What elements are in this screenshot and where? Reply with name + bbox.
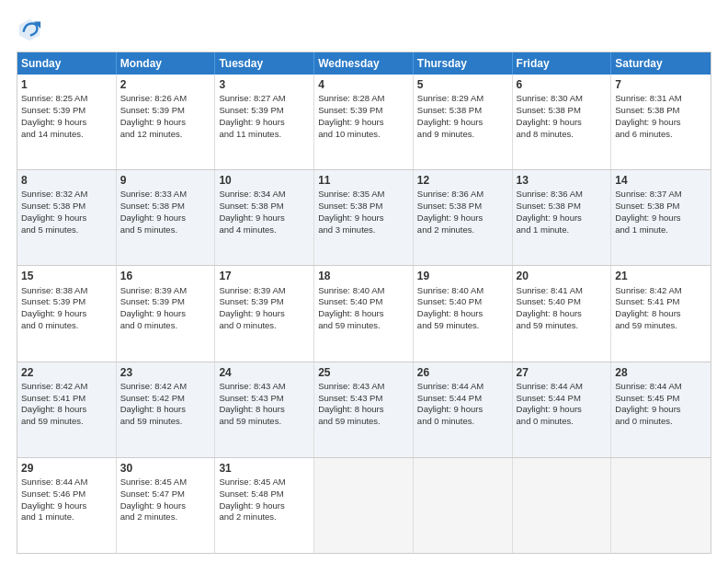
day-info-line: and 59 minutes. (318, 320, 409, 332)
day-info-line: Sunset: 5:39 PM (120, 105, 211, 117)
day-info-line: and 5 minutes. (120, 224, 211, 236)
day-number: 7 (615, 77, 707, 92)
day-number: 31 (219, 461, 310, 476)
day-info-line: and 3 minutes. (318, 224, 409, 236)
day-info-line: Sunrise: 8:29 AM (417, 93, 508, 105)
calendar-cell: 26Sunrise: 8:44 AMSunset: 5:44 PMDayligh… (414, 362, 513, 457)
day-info-line: Daylight: 9 hours (615, 213, 707, 224)
calendar-cell: 11Sunrise: 8:35 AMSunset: 5:38 PMDayligh… (314, 170, 414, 265)
logo-icon (17, 17, 42, 42)
calendar-cell: 10Sunrise: 8:34 AMSunset: 5:38 PMDayligh… (215, 170, 314, 265)
calendar-cell: 6Sunrise: 8:30 AMSunset: 5:38 PMDaylight… (513, 75, 612, 169)
day-number: 16 (120, 269, 211, 283)
day-info-line: Daylight: 8 hours (120, 404, 211, 416)
day-info-line: and 4 minutes. (219, 224, 310, 236)
day-info-line: Sunset: 5:38 PM (615, 201, 707, 213)
day-info-line: Sunrise: 8:44 AM (517, 381, 608, 393)
day-info-line: Sunrise: 8:40 AM (417, 285, 508, 297)
calendar-row: 22Sunrise: 8:42 AMSunset: 5:41 PMDayligh… (17, 362, 711, 457)
day-info-line: Sunrise: 8:28 AM (318, 93, 409, 105)
day-info-line: Sunset: 5:41 PM (21, 393, 112, 405)
day-info-line: Sunset: 5:47 PM (120, 488, 211, 500)
day-info-line: Daylight: 9 hours (417, 117, 508, 129)
day-info-line: Sunrise: 8:32 AM (21, 189, 112, 201)
day-info-line: Daylight: 9 hours (219, 117, 310, 129)
day-info-line: Sunrise: 8:25 AM (21, 93, 112, 105)
empty-cell (513, 458, 612, 553)
calendar-header: SundayMondayTuesdayWednesdayThursdayFrid… (17, 52, 711, 75)
calendar-cell: 25Sunrise: 8:43 AMSunset: 5:43 PMDayligh… (314, 362, 414, 457)
calendar-cell: 7Sunrise: 8:31 AMSunset: 5:38 PMDaylight… (611, 75, 711, 169)
day-info-line: Sunrise: 8:39 AM (219, 285, 310, 297)
day-info-line: Sunset: 5:46 PM (21, 488, 112, 500)
day-info-line: and 8 minutes. (517, 129, 608, 141)
weekday-header: Friday (513, 52, 612, 75)
day-number: 26 (417, 365, 508, 380)
day-info-line: Sunrise: 8:43 AM (318, 381, 409, 393)
day-info-line: and 0 minutes. (517, 416, 608, 428)
day-info-line: Sunset: 5:39 PM (318, 105, 409, 117)
day-info-line: Daylight: 8 hours (318, 404, 409, 416)
day-info-line: Sunset: 5:38 PM (417, 201, 508, 213)
day-info-line: Daylight: 9 hours (120, 117, 211, 129)
day-number: 4 (318, 77, 409, 92)
day-info-line: Sunrise: 8:33 AM (120, 189, 211, 201)
day-info-line: Daylight: 8 hours (318, 308, 409, 320)
day-info-line: Sunrise: 8:30 AM (517, 93, 608, 105)
day-number: 13 (517, 173, 608, 188)
day-info-line: Sunrise: 8:45 AM (219, 477, 310, 488)
day-info-line: Daylight: 9 hours (219, 213, 310, 224)
day-info-line: Sunrise: 8:34 AM (219, 189, 310, 201)
day-number: 25 (318, 365, 409, 380)
page: SundayMondayTuesdayWednesdayThursdayFrid… (0, 0, 728, 563)
day-info-line: Sunset: 5:39 PM (219, 296, 310, 308)
calendar-cell: 2Sunrise: 8:26 AMSunset: 5:39 PMDaylight… (117, 75, 216, 169)
day-info-line: Sunset: 5:38 PM (615, 105, 707, 117)
calendar-cell: 16Sunrise: 8:39 AMSunset: 5:39 PMDayligh… (117, 266, 216, 361)
calendar-cell: 31Sunrise: 8:45 AMSunset: 5:48 PMDayligh… (215, 458, 314, 553)
day-info-line: Sunset: 5:38 PM (517, 105, 608, 117)
calendar-cell: 21Sunrise: 8:42 AMSunset: 5:41 PMDayligh… (611, 266, 711, 361)
empty-cell (314, 458, 414, 553)
day-info-line: and 6 minutes. (615, 129, 707, 141)
day-info-line: Sunrise: 8:43 AM (219, 381, 310, 393)
calendar-cell: 28Sunrise: 8:44 AMSunset: 5:45 PMDayligh… (611, 362, 711, 457)
day-info-line: and 59 minutes. (417, 320, 508, 332)
day-info-line: Sunset: 5:44 PM (417, 393, 508, 405)
day-info-line: Daylight: 9 hours (615, 117, 707, 129)
day-info-line: Sunrise: 8:44 AM (615, 381, 707, 393)
calendar-cell: 15Sunrise: 8:38 AMSunset: 5:39 PMDayligh… (17, 266, 117, 361)
day-info-line: and 0 minutes. (120, 320, 211, 332)
day-info-line: Daylight: 9 hours (219, 500, 310, 512)
day-info-line: and 59 minutes. (21, 416, 112, 428)
day-info-line: and 0 minutes. (219, 320, 310, 332)
calendar-cell: 12Sunrise: 8:36 AMSunset: 5:38 PMDayligh… (414, 170, 513, 265)
day-info-line: Sunset: 5:43 PM (219, 393, 310, 405)
calendar-cell: 19Sunrise: 8:40 AMSunset: 5:40 PMDayligh… (414, 266, 513, 361)
day-info-line: Daylight: 9 hours (21, 117, 112, 129)
day-info-line: Sunset: 5:39 PM (120, 296, 211, 308)
day-info-line: Daylight: 9 hours (517, 404, 608, 416)
day-info-line: Sunrise: 8:27 AM (219, 93, 310, 105)
day-number: 3 (219, 77, 310, 92)
day-number: 2 (120, 77, 211, 92)
empty-cell (611, 458, 711, 553)
day-info-line: and 59 minutes. (615, 320, 707, 332)
weekday-header: Tuesday (215, 52, 314, 75)
day-info-line: Sunset: 5:44 PM (517, 393, 608, 405)
day-info-line: and 1 minute. (615, 224, 707, 236)
day-number: 28 (615, 365, 707, 380)
day-number: 10 (219, 173, 310, 188)
day-info-line: and 14 minutes. (21, 129, 112, 141)
day-number: 27 (517, 365, 608, 380)
calendar-cell: 1Sunrise: 8:25 AMSunset: 5:39 PMDaylight… (17, 75, 117, 169)
day-number: 12 (417, 173, 508, 188)
day-number: 23 (120, 365, 211, 380)
day-info-line: and 1 minute. (21, 511, 112, 523)
day-number: 18 (318, 269, 409, 283)
logo (17, 17, 44, 42)
empty-cell (414, 458, 513, 553)
day-info-line: Sunset: 5:38 PM (318, 201, 409, 213)
day-info-line: Daylight: 9 hours (615, 404, 707, 416)
day-number: 14 (615, 173, 707, 188)
